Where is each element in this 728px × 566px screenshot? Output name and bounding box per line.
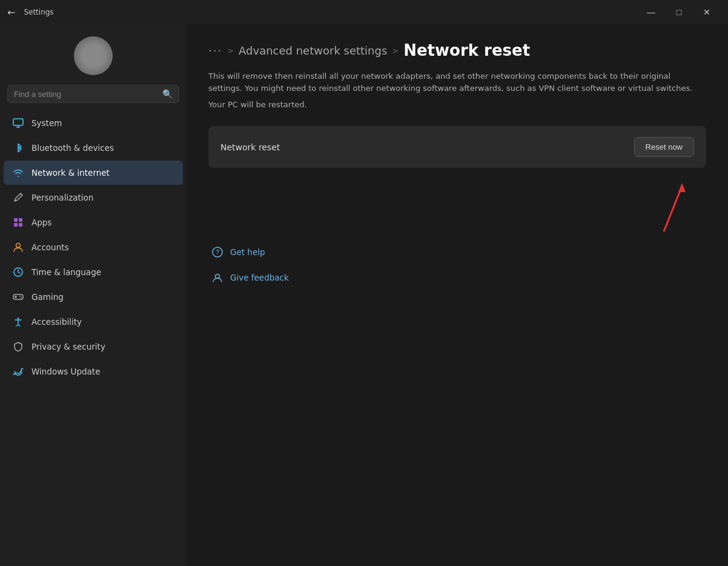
network-icon [12, 167, 24, 179]
get-help-link[interactable]: ? Get help [208, 241, 706, 264]
minimize-button[interactable]: — [637, 0, 665, 24]
card-wrapper: Network reset Reset now [208, 126, 706, 235]
nav-list: System Bluetooth & devices Network & int… [0, 110, 187, 384]
svg-rect-4 [19, 218, 22, 222]
close-button[interactable]: ✕ [693, 0, 721, 24]
sidebar-label-gaming: Gaming [31, 292, 64, 302]
breadcrumb-advanced[interactable]: Advanced network settings [239, 44, 387, 57]
sidebar-label-time: Time & language [31, 267, 101, 277]
sidebar-label-privacy: Privacy & security [31, 342, 105, 351]
svg-point-15 [18, 318, 19, 319]
give-feedback-label: Give feedback [230, 273, 289, 282]
sidebar-label-personalization: Personalization [31, 193, 93, 202]
back-button[interactable]: ← [7, 7, 15, 18]
sidebar-item-bluetooth[interactable]: Bluetooth & devices [4, 136, 183, 160]
sidebar-item-personalization[interactable]: Personalization [4, 185, 183, 210]
sidebar-label-accounts: Accounts [31, 242, 69, 252]
svg-point-7 [16, 244, 21, 248]
sidebar-label-network: Network & internet [31, 168, 110, 178]
accounts-icon [12, 241, 24, 253]
sidebar-item-accessibility[interactable]: Accessibility [4, 310, 183, 334]
svg-point-13 [19, 296, 21, 297]
give-feedback-link[interactable]: Give feedback [208, 266, 706, 289]
time-icon [12, 266, 24, 278]
get-help-icon: ? [211, 245, 224, 259]
card-label: Network reset [220, 142, 280, 152]
system-icon [12, 117, 24, 129]
maximize-button[interactable]: □ [665, 0, 693, 24]
description-main: This will remove then reinstall all your… [208, 70, 706, 94]
annotation-arrow [627, 180, 688, 235]
privacy-icon [12, 341, 24, 353]
svg-rect-3 [14, 218, 18, 222]
sidebar-item-apps[interactable]: Apps [4, 210, 183, 235]
sidebar-label-accessibility: Accessibility [31, 317, 82, 327]
sidebar-label-bluetooth: Bluetooth & devices [31, 143, 114, 153]
sidebar-item-system[interactable]: System [4, 111, 183, 135]
sidebar-item-gaming[interactable]: Gaming [4, 285, 183, 309]
svg-rect-0 [13, 119, 23, 125]
app-title: Settings [24, 8, 53, 16]
arrow-wrapper [208, 180, 706, 235]
sidebar-item-privacy[interactable]: Privacy & security [4, 335, 183, 359]
search-box[interactable]: 🔍 [7, 85, 179, 103]
description-sub: Your PC will be restarted. [208, 100, 706, 109]
bluetooth-icon [12, 142, 24, 154]
svg-line-16 [664, 186, 682, 231]
personalization-icon [12, 191, 24, 204]
sidebar-item-time[interactable]: Time & language [4, 260, 183, 284]
svg-text:?: ? [216, 248, 219, 256]
help-links: ? Get help Give feedback [208, 241, 706, 289]
breadcrumb-sep1: > [227, 46, 234, 55]
update-icon [12, 365, 24, 378]
app-body: 🔍 System Bluetooth & devices Network & i… [0, 24, 728, 566]
sidebar-label-apps: Apps [31, 218, 51, 227]
svg-marker-17 [678, 183, 686, 192]
search-icon: 🔍 [162, 89, 173, 99]
breadcrumb-current: Network reset [403, 41, 530, 59]
breadcrumb: ··· > Advanced network settings > Networ… [208, 41, 706, 59]
search-input[interactable] [14, 90, 162, 99]
breadcrumb-dots: ··· [208, 44, 222, 57]
sidebar-label-system: System [31, 118, 62, 128]
accessibility-icon [12, 316, 24, 328]
sidebar-item-network[interactable]: Network & internet [4, 161, 183, 185]
card-row: Network reset Reset now [208, 126, 706, 168]
reset-now-button[interactable]: Reset now [634, 137, 694, 157]
sidebar-item-update[interactable]: Windows Update [4, 359, 183, 384]
get-help-label: Get help [230, 247, 265, 257]
gaming-icon [12, 291, 24, 303]
content-area: ··· > Advanced network settings > Networ… [187, 24, 728, 566]
sidebar: 🔍 System Bluetooth & devices Network & i… [0, 24, 187, 566]
avatar [74, 36, 113, 75]
titlebar: ← Settings — □ ✕ [0, 0, 728, 24]
sidebar-label-update: Windows Update [31, 367, 100, 376]
breadcrumb-sep2: > [392, 46, 399, 55]
give-feedback-icon [211, 271, 224, 284]
sidebar-item-accounts[interactable]: Accounts [4, 235, 183, 259]
svg-rect-6 [19, 223, 22, 227]
network-reset-card: Network reset Reset now [208, 126, 706, 168]
svg-point-14 [21, 297, 22, 298]
window-controls: — □ ✕ [637, 0, 721, 24]
svg-rect-5 [14, 223, 18, 227]
apps-icon [12, 216, 24, 228]
